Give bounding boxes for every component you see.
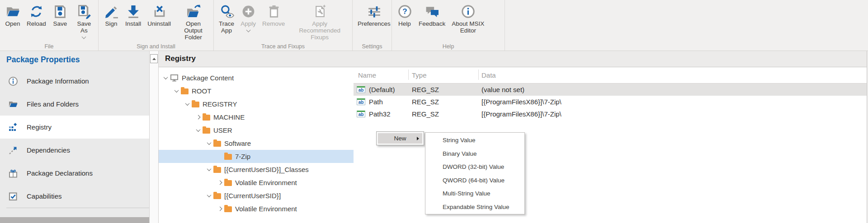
submenu-item-multi-string-value[interactable]: Multi-String Value bbox=[425, 187, 524, 200]
ribbon-group-label: Trace and Fixups bbox=[214, 43, 352, 50]
ribbon-about-msix-editor-button[interactable]: About MSIX Editor bbox=[448, 3, 487, 34]
ribbon-preferences-button[interactable]: Preferences bbox=[354, 3, 394, 27]
tree-item-machine[interactable]: MACHINE bbox=[159, 111, 354, 124]
ribbon-group-items: OpenReloadSaveSave As bbox=[0, 0, 98, 38]
table-header: NameTypeData bbox=[354, 67, 867, 84]
tree-item-currentusersid[interactable]: [{CurrentUserSID}] bbox=[159, 189, 354, 202]
tree-item-volatile-environment[interactable]: Volatile Environment bbox=[159, 202, 354, 215]
cell-name: abPath bbox=[354, 98, 408, 106]
chevron-glyph bbox=[207, 193, 211, 197]
cell-name: abPath32 bbox=[354, 110, 408, 118]
submenu-item-dword-32-bit-value[interactable]: DWORD (32-bit) Value bbox=[425, 160, 524, 174]
info-icon bbox=[8, 76, 19, 87]
sidebar-item-capabilities[interactable]: Capabilities bbox=[0, 185, 149, 208]
table-row[interactable]: ab(Default)REG_SZ(value not set) bbox=[354, 84, 867, 96]
column-header-type[interactable]: Type bbox=[408, 67, 478, 83]
registry-icon bbox=[8, 122, 19, 133]
tree-item-software[interactable]: Software bbox=[159, 137, 354, 150]
ribbon-save-as-button[interactable]: Save As bbox=[71, 3, 97, 38]
submenu-item-string-value[interactable]: String Value bbox=[425, 134, 524, 147]
declarations-icon bbox=[8, 168, 19, 179]
ribbon-group-sign-and-install: SignInstallUninstallOpen Output FolderSi… bbox=[99, 0, 214, 51]
ribbon-button-label: Apply Recommended Fixups bbox=[291, 20, 348, 41]
folder-icon bbox=[213, 166, 221, 173]
chevron-collapsed-icon[interactable] bbox=[194, 116, 202, 119]
column-header-data[interactable]: Data bbox=[478, 67, 867, 83]
ribbon-trace-app-button[interactable]: Trace App bbox=[216, 3, 237, 34]
tree-item-volatile-environment[interactable]: Volatile Environment bbox=[159, 176, 354, 189]
chevron-glyph bbox=[185, 101, 189, 106]
chevron-expanded-icon[interactable] bbox=[173, 89, 180, 93]
save-as-icon bbox=[76, 3, 92, 19]
ribbon-button-label: Open Output Folder bbox=[177, 20, 209, 41]
ribbon-group-label: Settings bbox=[353, 43, 392, 50]
tree-item-label: Software bbox=[224, 139, 251, 147]
ribbon-group-trace-and-fixups: Trace AppApplyRemoveApply Recommended Fi… bbox=[214, 0, 353, 51]
ribbon-reload-button[interactable]: Reload bbox=[24, 3, 49, 27]
table-row[interactable]: abPathREG_SZ[{ProgramFilesX86}]\7-Zip\ bbox=[354, 96, 867, 108]
chevron-expanded-icon[interactable] bbox=[205, 142, 212, 145]
column-header-name[interactable]: Name bbox=[354, 67, 408, 83]
ribbon-group-items: Preferences bbox=[353, 0, 392, 27]
table-row[interactable]: abPath32REG_SZ[{ProgramFilesX86}]\7-Zip\ bbox=[354, 108, 867, 120]
ribbon-remove-button[interactable]: Remove bbox=[259, 3, 288, 27]
folder-glyph bbox=[224, 206, 232, 212]
tree-item-7-zip[interactable]: 7-Zip bbox=[159, 150, 354, 163]
ribbon-open-button[interactable]: Open bbox=[2, 3, 24, 27]
ribbon-open-output-folder-button[interactable]: Open Output Folder bbox=[174, 3, 212, 41]
sidebar-item-dependencies[interactable]: Dependencies bbox=[0, 139, 149, 162]
sidebar-bottom-strip bbox=[0, 217, 149, 223]
chevron-expanded-icon[interactable] bbox=[162, 76, 169, 79]
tree-item-package-content[interactable]: Package Content bbox=[159, 71, 354, 84]
folder-icon bbox=[224, 205, 232, 212]
ribbon-save-button[interactable]: Save bbox=[49, 3, 71, 27]
tree-item-currentusersid-classes[interactable]: [{CurrentUserSID}]_Classes bbox=[159, 163, 354, 176]
tree-item-registry[interactable]: REGISTRY bbox=[159, 98, 354, 111]
folder-icon bbox=[181, 88, 189, 94]
page-title: Registry bbox=[159, 51, 868, 63]
ribbon-feedback-button[interactable]: Feedback bbox=[415, 3, 448, 27]
ribbon-button-label: Uninstall bbox=[147, 20, 171, 27]
ribbon-sign-button[interactable]: Sign bbox=[100, 3, 122, 27]
chevron-expanded-icon[interactable] bbox=[184, 102, 191, 106]
chevron-glyph bbox=[217, 181, 222, 185]
ribbon-help-button[interactable]: ?Help bbox=[394, 3, 415, 27]
sidebar-item-registry[interactable]: Registry bbox=[0, 116, 149, 139]
folder-glyph bbox=[192, 102, 199, 107]
chevron-glyph bbox=[163, 75, 168, 79]
chevron-collapsed-icon[interactable] bbox=[216, 181, 223, 184]
submenu-item-binary-value[interactable]: Binary Value bbox=[425, 147, 524, 161]
chevron-expanded-icon[interactable] bbox=[194, 129, 202, 132]
submenu-item-qword-64-bit-value[interactable]: QWORD (64-bit) Value bbox=[425, 174, 524, 187]
scroll-up-button[interactable] bbox=[150, 54, 158, 63]
ribbon-button-label: Install bbox=[125, 20, 141, 27]
menu-item-new[interactable]: New bbox=[378, 133, 422, 144]
sidebar-item-files-and-folders[interactable]: Files and Folders bbox=[0, 93, 149, 116]
capabilities-icon bbox=[8, 191, 19, 202]
chevron-expanded-icon[interactable] bbox=[205, 168, 212, 171]
folder-glyph bbox=[213, 141, 221, 147]
ribbon-uninstall-button[interactable]: Uninstall bbox=[144, 3, 174, 27]
svg-text:?: ? bbox=[402, 7, 407, 16]
chevron-down-icon bbox=[246, 28, 250, 33]
sidebar-item-package-information[interactable]: Package Information bbox=[0, 70, 149, 93]
submenu-item-expandable-string-value[interactable]: Expandable String Value bbox=[425, 200, 524, 214]
ribbon-apply-recommended-fixups-button[interactable]: Apply Recommended Fixups bbox=[288, 3, 351, 41]
tree-item-label: USER bbox=[213, 126, 232, 134]
ribbon-apply-button[interactable]: Apply bbox=[237, 3, 259, 32]
ribbon-install-button[interactable]: Install bbox=[122, 3, 144, 27]
apply-recommended-fixups-icon bbox=[312, 3, 327, 19]
chevron-expanded-icon[interactable] bbox=[205, 194, 212, 197]
folder-glyph bbox=[203, 115, 210, 121]
ribbon-group-label: File bbox=[0, 43, 98, 50]
ribbon-button-label: Trace App bbox=[219, 20, 234, 34]
nav-scrollbar[interactable] bbox=[149, 51, 159, 223]
tree-item-root[interactable]: ROOT bbox=[159, 84, 354, 98]
sidebar-item-package-declarations[interactable]: Package Declarations bbox=[0, 162, 149, 185]
sidebar-item-label: Package Information bbox=[27, 77, 89, 85]
cell-name-text: (Default) bbox=[369, 86, 395, 93]
ribbon-button-label: Save bbox=[53, 20, 67, 27]
folders-icon bbox=[8, 99, 19, 110]
chevron-collapsed-icon[interactable] bbox=[216, 207, 223, 210]
tree-item-user[interactable]: USER bbox=[159, 124, 354, 137]
